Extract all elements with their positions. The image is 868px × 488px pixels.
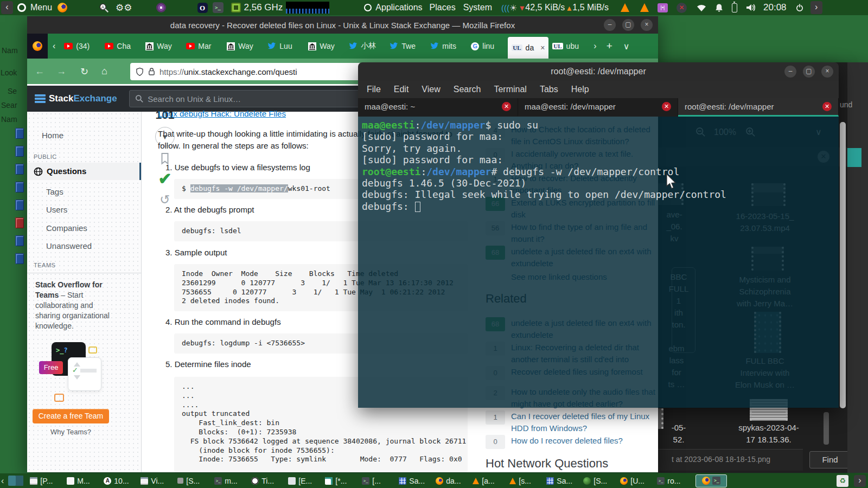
lock-icon[interactable]	[148, 67, 155, 76]
tab[interactable]: (34)	[60, 36, 101, 56]
tab-close-icon[interactable]: ✕	[502, 102, 511, 111]
menu-search[interactable]: Search	[454, 85, 481, 94]
taskbar-window-button[interactable]: A10...	[104, 475, 133, 487]
tab-scroll-left-icon[interactable]: ‹	[48, 41, 60, 51]
file-name[interactable]: spykas-2023-04- 17 18.15.36.	[731, 422, 807, 446]
tor-icon[interactable]	[156, 3, 166, 12]
tab[interactable]: Glinu	[467, 36, 508, 56]
close-button[interactable]: ×	[821, 66, 833, 78]
tab[interactable]: Mar	[182, 36, 223, 56]
taskbar-window-button[interactable]: da...	[436, 475, 465, 487]
taskbar-expand-icon[interactable]: ›	[854, 475, 866, 487]
taskbar-window-button[interactable]: [S...	[583, 475, 613, 487]
sidebar-item-tags[interactable]: Tags	[27, 185, 141, 198]
terminal-titlebar[interactable]: root@eesti: /dev/mapper – ▢ ×	[358, 62, 839, 81]
taskbar-window-button[interactable]: Vi...	[141, 475, 170, 487]
battery-icon[interactable]	[732, 3, 737, 12]
maximize-button[interactable]: ▢	[803, 66, 815, 78]
scrollbar-thumb[interactable]	[824, 412, 829, 445]
menu-terminal[interactable]: Terminal	[494, 85, 526, 94]
tab-active[interactable]: ULda×	[508, 37, 548, 59]
tab[interactable]: Cha	[101, 36, 142, 56]
taskbar-window-button[interactable]: >_m...	[214, 475, 244, 487]
vlc-tray-icon[interactable]	[621, 3, 629, 12]
clock[interactable]: 20:08	[763, 2, 787, 13]
menu-view[interactable]: View	[422, 85, 440, 94]
mint-menu-icon[interactable]	[17, 3, 26, 12]
tab[interactable]: Way	[142, 36, 182, 56]
tab-scroll-right-icon[interactable]: ›	[589, 41, 601, 51]
taskbar-active-window-button[interactable]: >_	[695, 474, 727, 487]
taskbar-window-button[interactable]: [a...	[473, 475, 502, 487]
home-icon[interactable]: ⌂	[101, 66, 107, 77]
taskbar-window-button[interactable]: [*...	[325, 475, 355, 487]
network-signal-icon[interactable]: ((( ☀	[501, 3, 517, 13]
tab[interactable]: Way	[304, 36, 345, 56]
create-team-button[interactable]: Create a free Team	[33, 409, 109, 423]
firefox-launcher-icon[interactable]	[58, 3, 67, 12]
tor-browser-icon[interactable]: O	[197, 3, 208, 13]
taskbar-collapse-icon[interactable]: ‹	[1, 476, 4, 486]
forward-icon[interactable]: →	[56, 66, 66, 77]
tab[interactable]: mits	[426, 36, 467, 56]
tab[interactable]: ULubu	[548, 36, 589, 56]
sidebar-item-questions[interactable]: Questions	[27, 163, 141, 180]
minimize-button[interactable]: –	[784, 66, 796, 78]
tab-close-icon[interactable]: ✕	[662, 102, 671, 111]
panel-collapse-button[interactable]: ‹	[1, 1, 13, 14]
sidebar-item-unanswered[interactable]: Unanswered	[27, 240, 141, 253]
taskbar-window-button[interactable]: Sa...	[399, 475, 429, 487]
applications-menu-icon[interactable]	[364, 4, 372, 11]
menu-button[interactable]: Menu	[30, 3, 52, 12]
power-icon[interactable]	[795, 3, 804, 12]
taskbar-window-button[interactable]: [E...	[288, 475, 318, 487]
tab-close-icon[interactable]: ×	[540, 43, 545, 52]
file-name[interactable]: -05- 52.	[662, 422, 695, 446]
maximize-button[interactable]: ▢	[622, 19, 634, 31]
firefox-titlebar[interactable]: data recovery - Recover deleted files on…	[27, 16, 658, 34]
system-menu[interactable]: System	[463, 3, 492, 12]
terminal-tab[interactable]: maa@eesti: /dev/mapper✕	[518, 98, 678, 117]
menu-edit[interactable]: Edit	[394, 85, 409, 94]
se-logo[interactable]: StackExchange	[35, 93, 117, 104]
taskbar-window-button[interactable]: Sa...	[546, 475, 576, 487]
terminal-launcher-icon[interactable]: >_	[213, 2, 224, 13]
menu-help[interactable]: Help	[571, 85, 589, 94]
applications-menu[interactable]: Applications	[375, 3, 422, 12]
notifications-bell-icon[interactable]	[715, 3, 723, 12]
sidebar-item-users[interactable]: Users	[27, 203, 141, 216]
minimize-button[interactable]: –	[604, 19, 616, 31]
shield-icon[interactable]	[136, 67, 144, 76]
taskbar-window-button[interactable]: [P...	[30, 475, 60, 487]
terminal-content[interactable]: maa@eesti:/dev/mapper$ sudo su [sudo] pa…	[358, 117, 839, 408]
settings-gears-icon[interactable]: ⚙⚙	[116, 2, 132, 14]
reload-icon[interactable]: ↻	[80, 66, 88, 78]
find-field[interactable]: t at 2023-06-08 18-18-15.png	[658, 449, 803, 471]
tab[interactable]: 小林	[345, 36, 386, 56]
tab[interactable]: Twe	[386, 36, 426, 56]
answer-reference-link[interactable]: Linux debugfs Hack: Undelete Files	[158, 109, 286, 118]
taskbar-window-button[interactable]: [S...	[177, 475, 207, 487]
related-question[interactable]: 1Can I recover deleted files of my Linux…	[486, 410, 658, 434]
menu-tabs[interactable]: Tabs	[540, 85, 558, 94]
workspace-switcher[interactable]	[8, 476, 23, 486]
close-button[interactable]: ×	[641, 19, 653, 31]
tab-list-dropdown-icon[interactable]: ∨	[618, 41, 635, 52]
sidebar-item-home[interactable]: Home	[27, 129, 141, 142]
new-tab-button[interactable]: +	[601, 40, 618, 52]
disconnected-tray-icon[interactable]: ✕	[676, 3, 687, 13]
taskbar-window-button[interactable]: >_[...	[362, 475, 392, 487]
vlc-tray-icon-2[interactable]	[640, 3, 649, 12]
related-question[interactable]: 0How do I recover deleted files?	[486, 435, 658, 449]
tab-close-icon[interactable]: ✕	[822, 102, 832, 111]
terminal-tab[interactable]: maa@eesti: ~✕	[358, 98, 518, 117]
taskbar-window-button[interactable]: [U...	[620, 475, 650, 487]
scrollbar[interactable]	[840, 122, 846, 408]
taskbar-window-button[interactable]: Ti...	[251, 475, 281, 487]
find-button[interactable]: Find	[809, 451, 851, 468]
search-tool-icon[interactable]: A	[99, 3, 109, 13]
sidebar-item-companies[interactable]: Companies	[27, 222, 141, 235]
volume-icon[interactable]	[746, 3, 756, 12]
taskbar-window-button[interactable]: >_ro...	[657, 475, 687, 487]
why-teams-link[interactable]: Why Teams?	[27, 428, 114, 436]
